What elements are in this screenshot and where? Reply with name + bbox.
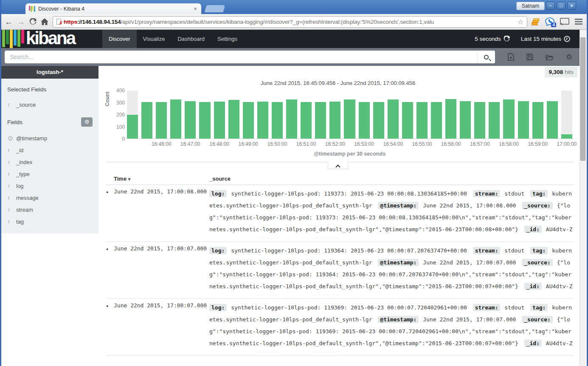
selected-fields-heading: Selected Fields	[7, 86, 93, 93]
kibana-tab-visualize[interactable]: Visualize	[137, 30, 172, 48]
bar-segment	[243, 102, 254, 139]
histogram-bar[interactable]	[458, 91, 473, 139]
histogram-bar[interactable]	[183, 91, 197, 139]
field-item-log[interactable]: tlog	[7, 180, 93, 192]
histogram-bar[interactable]	[299, 91, 313, 139]
settings-gear-icon[interactable]: ⚙	[566, 53, 572, 62]
column-header-source: _source	[209, 176, 231, 182]
cast-icon[interactable]	[560, 18, 569, 26]
page-scrollbar[interactable]	[580, 30, 586, 366]
bar-segment	[199, 102, 210, 139]
address-bar[interactable]: ✗ https://146.148.94.154/api/v1/proxy/na…	[53, 16, 527, 28]
field-badge: stream:	[473, 190, 501, 197]
field-badge: _index:	[312, 295, 340, 298]
open-search-icon[interactable]	[546, 54, 554, 60]
time-range-control[interactable]: Last 15 minutes	[521, 36, 570, 42]
histogram-bar[interactable]	[545, 91, 560, 139]
voice-extension-icon[interactable]: 4	[545, 17, 554, 26]
scrollbar-thumb[interactable]	[580, 37, 585, 161]
histogram-bar[interactable]	[284, 91, 299, 139]
search-input[interactable]	[5, 51, 495, 63]
x-tick-label: 16:51:00	[296, 141, 316, 147]
histogram-bar[interactable]	[357, 91, 371, 139]
expand-row-icon[interactable]: ▸	[106, 302, 114, 355]
histogram-bar[interactable]	[313, 91, 328, 139]
maximize-button[interactable]: □	[557, 2, 565, 10]
histogram-bar[interactable]	[560, 91, 574, 139]
x-tick-label: 16:57:00	[470, 141, 490, 147]
field-item-tag[interactable]: ttag	[7, 216, 93, 227]
histogram-bar[interactable]	[531, 91, 545, 139]
histogram-bar[interactable]	[227, 91, 241, 139]
minimize-button[interactable]: –	[546, 2, 555, 10]
browser-tab[interactable]: Discover - Kibana 4 ×	[25, 3, 201, 14]
kibana-tab-discover[interactable]: Discover	[102, 30, 137, 48]
field-item-source[interactable]: t_source	[7, 99, 93, 111]
histogram-bar[interactable]	[444, 91, 458, 139]
field-settings-gear-icon[interactable]: ⚙	[81, 117, 93, 127]
histogram-bar[interactable]	[125, 91, 140, 139]
kibana-tab-dashboard[interactable]: Dashboard	[171, 30, 211, 48]
refresh-interval-control[interactable]: 5 seconds	[475, 36, 510, 42]
histogram-bar[interactable]	[140, 91, 154, 139]
save-search-icon[interactable]	[526, 54, 533, 60]
url-path: /api/v1/proxy/namespaces/default/service…	[121, 19, 434, 25]
histogram-bar[interactable]	[400, 91, 415, 139]
fields-heading: Fields ⚙	[7, 117, 93, 127]
home-icon[interactable]	[41, 18, 48, 25]
orange-extension-icon[interactable]	[532, 18, 540, 26]
histogram-bar[interactable]	[487, 91, 501, 139]
expand-row-icon[interactable]: ▸	[106, 245, 114, 298]
collapse-chart-button[interactable]	[328, 162, 348, 169]
histogram-bar[interactable]	[516, 91, 531, 139]
new-tab-button[interactable]	[204, 5, 225, 12]
histogram-bar[interactable]	[256, 91, 270, 139]
histogram-bar[interactable]	[473, 91, 487, 139]
bar-segment	[359, 102, 370, 139]
field-item-id[interactable]: t_id	[7, 144, 93, 156]
field-badge: _index:	[312, 238, 340, 241]
close-button[interactable]: ×	[567, 2, 576, 10]
field-item-timestamp[interactable]: @timestamp	[7, 133, 93, 144]
kibana-tab-settings[interactable]: Settings	[211, 30, 244, 48]
bookmark-star-icon[interactable]: ☆	[518, 18, 523, 26]
field-item-stream[interactable]: tstream	[7, 204, 93, 216]
histogram-bar[interactable]	[169, 91, 183, 139]
histogram-bar[interactable]	[342, 91, 357, 139]
kibana-logo-stripes	[2, 30, 24, 48]
window-user-button[interactable]: Satnam	[516, 2, 545, 10]
browser-menu-icon[interactable]	[575, 19, 582, 25]
field-name: message	[16, 195, 39, 201]
histogram-bar[interactable]	[371, 91, 386, 139]
index-pattern[interactable]: logstash-*	[1, 66, 98, 79]
field-value: stdout	[504, 247, 524, 254]
histogram-bar[interactable]	[501, 91, 516, 139]
histogram-bar[interactable]	[415, 91, 429, 139]
x-tick-label: 16:55:00	[412, 141, 432, 147]
field-item-index[interactable]: t_index	[7, 156, 93, 168]
search-button[interactable]	[477, 51, 495, 63]
expand-row-icon[interactable]: ▸	[106, 188, 114, 241]
tab-close-icon[interactable]: ×	[193, 6, 198, 12]
column-header-time[interactable]: Time ▾	[114, 176, 209, 182]
histogram-bar[interactable]	[386, 91, 400, 139]
histogram-bar[interactable]	[212, 91, 227, 139]
insecure-page-icon[interactable]: ✗	[56, 19, 61, 25]
field-badge: tag:	[530, 304, 548, 311]
forward-icon[interactable]: →	[17, 18, 25, 26]
reload-icon[interactable]	[29, 18, 37, 26]
new-search-icon[interactable]	[508, 53, 514, 61]
field-value: synthetic-logger-10lps-pod: 119373: 2015…	[231, 190, 467, 197]
back-icon[interactable]: ←	[5, 18, 13, 26]
histogram-bar[interactable]	[270, 91, 284, 139]
histogram-bar[interactable]	[241, 91, 256, 139]
bar-segment	[547, 101, 558, 139]
y-tick-label: 400	[108, 88, 125, 94]
histogram-bar[interactable]	[197, 91, 212, 139]
histogram-bar[interactable]	[154, 91, 169, 139]
histogram-chart[interactable]: 16:46:0016:47:0016:48:0016:49:0016:50:00…	[125, 91, 574, 139]
histogram-bar[interactable]	[429, 91, 444, 139]
field-item-message[interactable]: tmessage	[7, 192, 93, 204]
field-item-type[interactable]: t_type	[7, 168, 93, 180]
histogram-bar[interactable]	[328, 91, 342, 139]
